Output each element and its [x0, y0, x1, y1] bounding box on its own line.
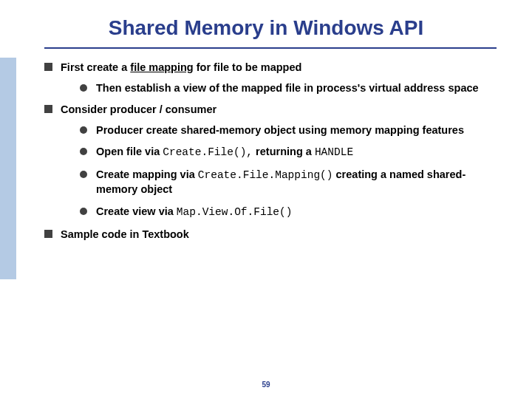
square-bullet-icon: [44, 63, 52, 71]
round-bullet-icon: [80, 126, 87, 134]
subbullet-establish-view: Then establish a view of the mapped file…: [80, 81, 497, 96]
subbullet-producer-create: Producer create shared-memory object usi…: [80, 123, 497, 138]
title-underline: [44, 47, 497, 49]
text: Open file via: [96, 146, 163, 157]
text: Consider producer / consumer: [61, 103, 216, 115]
text: Create mapping via: [96, 168, 198, 180]
subbullet-open-file: Open file via Create.File(), returning a…: [80, 145, 497, 160]
round-bullet-icon: [80, 84, 87, 92]
text: Sample code in Textbook: [61, 228, 189, 240]
bullet-sample-code: Sample code in Textbook: [44, 228, 497, 242]
subbullet-create-view: Create view via Map.View.Of.File(): [80, 205, 497, 220]
text: returning a: [253, 146, 315, 157]
text: Then establish a view of the mapped file…: [96, 82, 479, 94]
text: creating a: [333, 168, 390, 180]
code-create-file: Create.File(),: [163, 146, 253, 158]
round-bullet-icon: [80, 171, 87, 178]
bullet-file-mapping: First create a file mapping for file to …: [44, 61, 497, 75]
subbullet-create-mapping: Create mapping via Create.File.Mapping()…: [80, 168, 497, 197]
code-handle: HANDLE: [315, 146, 353, 158]
square-bullet-icon: [44, 230, 52, 238]
bullet-producer-consumer: Consider producer / consumer: [44, 103, 497, 117]
left-sidebar-accent: [0, 58, 16, 279]
text: for file to be mapped: [194, 61, 302, 73]
text: First create a: [61, 61, 130, 73]
code-create-file-mapping: Create.File.Mapping(): [198, 169, 333, 181]
slide-content: First create a file mapping for file to …: [44, 61, 497, 248]
round-bullet-icon: [80, 208, 87, 215]
text: Producer create shared-memory object usi…: [96, 124, 464, 136]
square-bullet-icon: [44, 105, 52, 113]
round-bullet-icon: [80, 148, 87, 155]
text-bold: file mapping: [130, 61, 193, 73]
text: Create view via: [96, 205, 177, 217]
page-number: 59: [0, 381, 532, 389]
slide-title: Shared Memory in Windows API: [0, 16, 532, 40]
code-map-view-of-file: Map.View.Of.File(): [177, 206, 293, 218]
